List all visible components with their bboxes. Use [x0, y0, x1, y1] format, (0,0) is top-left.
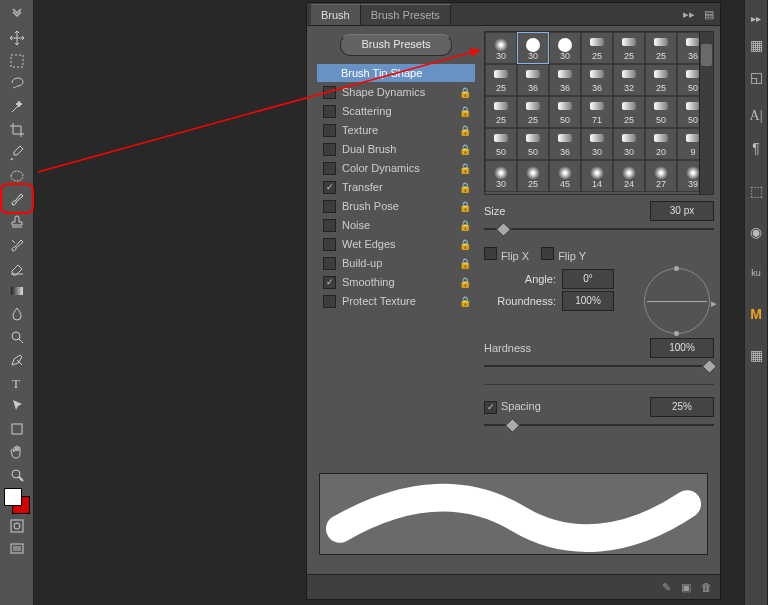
shape-tool[interactable]: [5, 418, 29, 439]
dock-character-icon[interactable]: A|: [745, 101, 767, 131]
spacing-slider[interactable]: [484, 419, 714, 431]
type-tool[interactable]: T: [5, 372, 29, 393]
option-checkbox[interactable]: [323, 238, 336, 251]
lock-icon[interactable]: 🔒: [459, 220, 471, 231]
lock-icon[interactable]: 🔒: [459, 277, 471, 288]
pen-tool[interactable]: [5, 349, 29, 370]
history-brush-tool[interactable]: [5, 234, 29, 255]
brush-thumbnail[interactable]: 45: [549, 160, 581, 192]
brush-thumbnail[interactable]: 25: [613, 32, 645, 64]
lock-icon[interactable]: 🔒: [459, 125, 471, 136]
brush-option-dual-brush[interactable]: Dual Brush🔒: [317, 140, 475, 158]
eyedropper-tool[interactable]: [5, 142, 29, 163]
brush-thumbnail[interactable]: 30: [485, 32, 517, 64]
lock-icon[interactable]: 🔒: [459, 201, 471, 212]
brush-thumbnail[interactable]: 25: [645, 64, 677, 96]
brush-option-brush-pose[interactable]: Brush Pose🔒: [317, 197, 475, 215]
size-input[interactable]: 30 px: [650, 201, 714, 221]
expand-toolbar-icon[interactable]: [5, 4, 29, 25]
brush-thumbnail[interactable]: 36: [549, 128, 581, 160]
hand-tool[interactable]: [5, 441, 29, 462]
brush-thumbnail[interactable]: 20: [645, 128, 677, 160]
brush-thumbnail[interactable]: 25: [485, 64, 517, 96]
option-checkbox[interactable]: [323, 219, 336, 232]
thumbnails-scrollbar[interactable]: [699, 32, 713, 194]
patch-tool[interactable]: [5, 165, 29, 186]
brush-thumbnail[interactable]: 50: [485, 128, 517, 160]
option-checkbox[interactable]: [323, 295, 336, 308]
roundness-input[interactable]: 100%: [562, 291, 614, 311]
marquee-tool[interactable]: [5, 50, 29, 71]
option-checkbox[interactable]: [323, 143, 336, 156]
screen-mode-toggle[interactable]: [5, 538, 29, 559]
crop-tool[interactable]: [5, 119, 29, 140]
angle-input[interactable]: 0°: [562, 269, 614, 289]
dock-kuler-icon[interactable]: ku: [745, 258, 767, 288]
option-checkbox[interactable]: [323, 86, 336, 99]
brush-thumbnail[interactable]: 25: [517, 160, 549, 192]
brush-thumbnail[interactable]: 25: [517, 96, 549, 128]
brush-option-build-up[interactable]: Build-up🔒: [317, 254, 475, 272]
brush-option-wet-edges[interactable]: Wet Edges🔒: [317, 235, 475, 253]
spacing-input[interactable]: 25%: [650, 397, 714, 417]
brush-thumbnail[interactable]: 50: [645, 96, 677, 128]
brush-thumbnail[interactable]: 71: [581, 96, 613, 128]
zoom-tool[interactable]: [5, 464, 29, 485]
toggle-preview-icon[interactable]: ✎: [662, 581, 671, 594]
tab-brush[interactable]: Brush: [311, 4, 361, 25]
brush-option-transfer[interactable]: ✓Transfer🔒: [317, 178, 475, 196]
spacing-checkbox[interactable]: ✓Spacing: [484, 400, 541, 414]
move-tool[interactable]: [5, 27, 29, 48]
quick-mask-toggle[interactable]: [5, 515, 29, 536]
brush-option-brush-tip-shape[interactable]: Brush Tip Shape: [317, 64, 475, 82]
dock-navigator-icon[interactable]: ◱: [745, 62, 767, 92]
brush-thumbnail[interactable]: 25: [485, 96, 517, 128]
brush-thumbnail[interactable]: 36: [549, 64, 581, 96]
dock-histogram-icon[interactable]: ▦: [745, 30, 767, 60]
brush-option-texture[interactable]: Texture🔒: [317, 121, 475, 139]
dock-expand-icon[interactable]: ▸▸: [745, 8, 767, 28]
dock-3d-icon[interactable]: ⬚: [745, 176, 767, 206]
hardness-input[interactable]: 100%: [650, 338, 714, 358]
option-checkbox[interactable]: [323, 162, 336, 175]
lock-icon[interactable]: 🔒: [459, 163, 471, 174]
dock-layers-icon[interactable]: ▦: [745, 340, 767, 370]
panel-collapse-icon[interactable]: ▸▸: [680, 5, 698, 23]
stamp-tool[interactable]: [5, 211, 29, 232]
size-slider[interactable]: [484, 223, 714, 235]
lock-icon[interactable]: 🔒: [459, 182, 471, 193]
lock-icon[interactable]: 🔒: [459, 258, 471, 269]
brush-thumbnail[interactable]: 50: [549, 96, 581, 128]
angle-dial[interactable]: ▸: [644, 268, 710, 334]
option-checkbox[interactable]: [323, 105, 336, 118]
brush-thumbnail[interactable]: 30: [485, 160, 517, 192]
brush-option-smoothing[interactable]: ✓Smoothing🔒: [317, 273, 475, 291]
blur-tool[interactable]: [5, 303, 29, 324]
brush-thumbnail[interactable]: 32: [613, 64, 645, 96]
gradient-tool[interactable]: [5, 280, 29, 301]
brush-option-scattering[interactable]: Scattering🔒: [317, 102, 475, 120]
path-select-tool[interactable]: [5, 395, 29, 416]
brush-option-protect-texture[interactable]: Protect Texture🔒: [317, 292, 475, 310]
brush-thumbnail[interactable]: 27: [645, 160, 677, 192]
option-checkbox[interactable]: ✓: [323, 276, 336, 289]
hardness-slider[interactable]: [484, 360, 714, 372]
lasso-tool[interactable]: [5, 73, 29, 94]
brush-option-color-dynamics[interactable]: Color Dynamics🔒: [317, 159, 475, 177]
lock-icon[interactable]: 🔒: [459, 144, 471, 155]
lock-icon[interactable]: 🔒: [459, 296, 471, 307]
brush-thumbnail[interactable]: 30: [613, 128, 645, 160]
brush-thumbnail[interactable]: 30: [517, 32, 549, 64]
brush-option-noise[interactable]: Noise🔒: [317, 216, 475, 234]
dock-m-icon[interactable]: M: [745, 299, 767, 329]
new-brush-icon[interactable]: ▣: [681, 581, 691, 594]
color-swatches[interactable]: [4, 488, 30, 514]
delete-brush-icon[interactable]: 🗑: [701, 581, 712, 593]
brush-thumbnail[interactable]: 30: [549, 32, 581, 64]
magic-wand-tool[interactable]: [5, 96, 29, 117]
brush-thumbnail[interactable]: 25: [645, 32, 677, 64]
brush-thumbnail[interactable]: 36: [517, 64, 549, 96]
lock-icon[interactable]: 🔒: [459, 239, 471, 250]
foreground-color-swatch[interactable]: [4, 488, 22, 506]
brush-tool[interactable]: [5, 188, 29, 209]
